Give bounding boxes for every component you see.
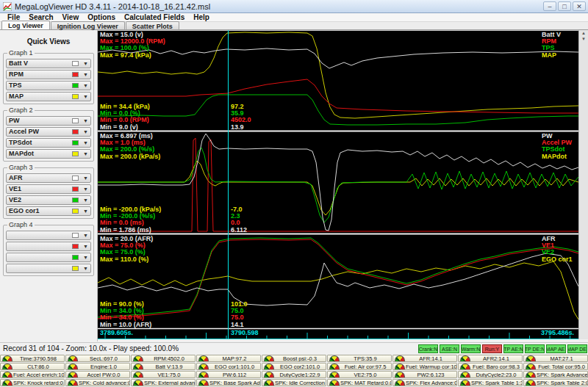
chevron-down-icon[interactable]: ▼ [83,255,88,260]
gauge-cell: SPK: Base Spark Advan [196,379,261,386]
chevron-down-icon[interactable]: ▼ [83,187,88,192]
channel-selector-afr[interactable]: AFR▼ [6,173,91,183]
gauge-value-label: Engine:1.0 [78,364,129,370]
channel-selector[interactable]: ▼ [6,264,91,273]
channel-label: Accel PW [9,128,72,136]
gauge-cell: SPK: External advance: [131,379,196,386]
chevron-down-icon[interactable]: ▼ [83,209,88,214]
graph-scrollbar[interactable]: ▲▼ [578,30,588,339]
channel-selector-tps[interactable]: TPS▼ [6,81,91,90]
tab-bar: Log ViewerIgnition Log ViewerScatter Plo… [0,22,588,30]
channel-label: Batt V [9,59,72,68]
app-window: MegaLogViewer HD 3.4.11 - 2014-10-18_16.… [0,0,588,387]
legend-graph-1: Batt VRPMTPSMAP [542,32,561,59]
gauge-panel: Time:3790.598SecL:697.0RPM:4502.0MAP:97.… [0,355,588,387]
gauge-dial-icon [264,380,274,386]
gauge-dial-icon [329,364,340,369]
max-labels-graph-1: Max = 15.0 (v)Max = 12000.0 (RPM)Max = 1… [100,32,165,59]
gauge-dial-icon [395,372,405,377]
time-end-label: 3795.486s. [541,330,574,336]
chevron-down-icon[interactable]: ▼ [83,129,88,134]
gauge-dial-icon [395,380,405,386]
channel-label: AFR [9,174,72,182]
legend-graph-2-line: MAPdot [542,153,572,160]
menu-item-options[interactable]: Options [83,13,120,21]
chevron-down-icon[interactable]: ▼ [83,266,88,271]
channel-color-swatch [72,233,79,238]
channel-selector-rpm[interactable]: RPM▼ [6,70,91,79]
gauge-value-label: Batt V:13.9 [143,364,195,370]
tab-log-viewer[interactable]: Log Viewer [1,21,50,29]
log-traces-svg[interactable] [98,30,578,339]
chevron-down-icon[interactable]: ▼ [83,176,88,181]
gauge-cell: PW2:6.123 [392,371,457,378]
channel-label: MAP [9,93,72,101]
gauge-value-label: PW:6.112 [209,372,260,378]
chevron-down-icon[interactable]: ▼ [83,72,88,77]
min-labels-graph-3-line: Min = 10.0 (AFR) [100,322,151,328]
gauge-dial-icon [264,355,274,361]
channel-selector-mapdot[interactable]: MAPdot▼ [6,149,91,159]
channel-selector-tpsdot[interactable]: TPSdot▼ [6,138,91,148]
gauge-dial-icon [198,380,209,386]
gauge-value-label: SecL:697.0 [78,355,129,362]
gauge-cell: Accel PW:0.0 [65,371,130,378]
gauge-cell: Fuel: Baro cor:98.3 [458,363,523,370]
log-graph-area[interactable]: Max = 15.0 (v)Max = 12000.0 (RPM)Max = 1… [98,30,578,339]
channel-selector-accel-pw[interactable]: Accel PW▼ [6,127,91,137]
max-labels-graph-1-line: Max = 97.4 (kPa) [100,52,165,59]
trace-batt-v [98,48,578,68]
gauge-cell: Boost psi:-0.3 [262,355,326,362]
chevron-down-icon[interactable]: ▼ [83,140,88,145]
gauge-dial-icon [264,364,274,369]
channel-selector[interactable]: ▼ [6,253,91,262]
chevron-down-icon[interactable]: ▼ [83,233,88,238]
gauge-cell: DutyCycle2:23.0 [458,371,523,378]
cursor-values-graph-1-line: 13.9 [231,124,251,131]
tab-ignition-log-viewer[interactable]: Ignition Log Viewer [51,21,125,29]
channel-selector-map[interactable]: MAP▼ [6,92,91,101]
chevron-down-icon[interactable]: ▼ [83,198,88,203]
menu-item-view[interactable]: View [58,13,84,21]
gauge-cell: EGO cor1:101.0 [196,363,261,370]
gauge-value-label: VE1:75.0 [143,372,195,378]
channel-selector[interactable]: ▼ [6,231,91,240]
gauge-dial-icon [460,355,470,361]
channel-selector-pw[interactable]: PW▼ [6,116,91,126]
channel-color-swatch [72,151,79,156]
chevron-down-icon[interactable]: ▼ [83,94,88,99]
chevron-down-icon[interactable]: ▼ [83,61,88,66]
chevron-down-icon[interactable]: ▼ [83,83,88,88]
channel-selector-ve1[interactable]: VE1▼ [6,184,91,194]
channel-label: VE1 [9,185,72,193]
indicator-crank-n: Crank:N [418,344,438,353]
chevron-down-icon[interactable]: ▼ [83,151,88,156]
gauge-value-label: SPK: Spark Table 2:0.0 [536,380,587,386]
chevron-down-icon[interactable]: ▼ [83,118,88,123]
menu-item-calculated-fields[interactable]: Calculated Fields [120,13,189,21]
gauge-cell: SPK: Flex Advance:0.0 [392,379,457,386]
cursor-values-graph-1: 97.235.94502.013.9 [231,104,251,131]
trace-ve2 [98,238,578,317]
gauge-dial-icon [2,380,12,386]
channel-color-swatch [72,72,79,77]
channel-selector[interactable]: ▼ [6,242,91,251]
gauge-dial-icon [526,372,536,377]
graph-group-label: Graph 2 [7,106,35,114]
channel-color-swatch [72,129,79,134]
menu-item-help[interactable]: Help [189,13,214,21]
tab-scatter-plots[interactable]: Scatter Plots [126,21,179,29]
gauge-cell: SPK: Spark Table 2:0.0 [523,379,588,386]
maximize-button[interactable]: □ [558,1,571,11]
minimize-button[interactable]: – [543,1,556,11]
channel-selector-ve2[interactable]: VE2▼ [6,195,91,205]
gauge-dial-icon [329,372,340,377]
gauge-value-label: SPK: Idle Correction Ad [274,380,326,386]
channel-color-swatch [72,266,79,271]
channel-label: VE2 [9,196,72,204]
channel-selector-batt-v[interactable]: Batt V▼ [6,59,91,68]
close-button[interactable]: ✕ [573,1,586,11]
channel-selector-ego-cor1[interactable]: EGO cor1▼ [6,206,91,216]
gauge-dial-icon [526,355,536,361]
chevron-down-icon[interactable]: ▼ [83,244,88,249]
